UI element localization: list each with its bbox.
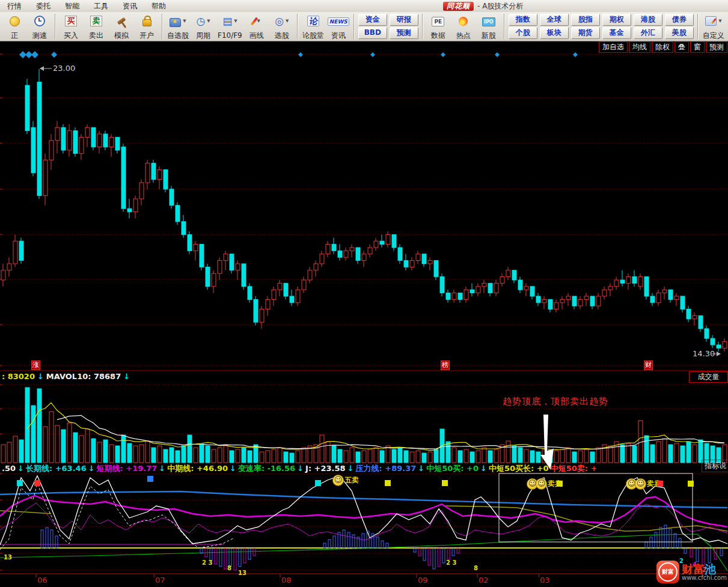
toolbar-button-期货[interactable]: 期货 <box>571 27 600 39</box>
news-icon: NEWS <box>328 17 349 25</box>
toolbar-button-外汇[interactable]: 外汇 <box>634 27 662 39</box>
histogram-number: 8 <box>227 565 231 571</box>
dropdown-arrow-icon[interactable]: ▼ <box>183 19 186 23</box>
ths-window: 行情委托智能工具资讯帮助 同花顺 - A股技术分析 正测速买买入卖卖出模拟开户▼… <box>0 0 728 587</box>
badge-榜: 榜 <box>441 360 450 370</box>
toolbar-button-自定义[interactable]: ▼自定义 <box>701 13 726 40</box>
toolbar-button-个股[interactable]: 个股 <box>509 27 537 39</box>
clock-icon <box>34 16 45 26</box>
dropdown-arrow-icon[interactable]: ▼ <box>718 19 721 23</box>
signal-square-icon <box>147 476 153 482</box>
toolbar-button-F10/F9[interactable]: ▤▼F10/F9 <box>216 13 244 40</box>
toolbar-button-买入[interactable]: 买买入 <box>58 13 84 40</box>
toolbar-button-label: 卖出 <box>89 31 103 40</box>
toolbar-button-债券[interactable]: 债券 <box>665 14 694 26</box>
header-value: MAVOL10: 78687 <box>46 372 121 381</box>
toolbar-button-资金[interactable]: 资金 <box>358 14 387 26</box>
low-price-label: 14.30 <box>693 349 715 358</box>
menu-item-5[interactable]: 帮助 <box>144 0 173 13</box>
menu-items: 行情委托智能工具资讯帮助 <box>0 0 173 13</box>
dropdown-arrow-icon[interactable]: ▼ <box>234 19 237 23</box>
indicator-description-button[interactable]: 指标说 <box>702 460 728 472</box>
menu-item-0[interactable]: 行情 <box>0 0 29 13</box>
volume-pane-label[interactable]: 成交量 <box>689 371 728 383</box>
x-axis-label: 08 <box>281 576 292 585</box>
chart-button-均线[interactable]: 均线 <box>629 41 650 53</box>
toolbar-button-label: F10/F9 <box>218 31 242 40</box>
badge-财: 财 <box>644 360 653 370</box>
toolbar-button-基金[interactable]: 基金 <box>602 27 631 39</box>
toolbar-pair-研报: 研报预测 <box>388 13 420 40</box>
header-value: ↓ <box>123 372 130 381</box>
toolbar-group-4: 资金BBD研报预测 <box>355 12 421 41</box>
dropdown-arrow-icon[interactable]: ▼ <box>286 19 289 23</box>
toolbar-button-热点[interactable]: 热点 <box>451 13 476 40</box>
toolbar-button-全球[interactable]: 全球 <box>540 14 569 26</box>
toolbar-button-周期[interactable]: ◷▼周期 <box>191 13 216 40</box>
header-value: : 83020 <box>2 372 35 381</box>
toolbar-button-开户[interactable]: 开户 <box>134 13 159 40</box>
toolbar-button-期权[interactable]: 期权 <box>602 14 631 26</box>
chart-button-加自选[interactable]: 加自选 <box>599 41 628 53</box>
x-axis-label: 03 <box>540 576 550 585</box>
period-clock-icon: ◷ <box>196 16 205 26</box>
hot-icon <box>459 17 468 26</box>
doc-icon: ▤ <box>222 16 232 26</box>
toolbar-button-研报[interactable]: 研报 <box>390 14 418 26</box>
toolbar-button-论股堂[interactable]: 论论股堂 <box>301 13 326 40</box>
menu-item-4[interactable]: 资讯 <box>115 0 144 13</box>
page-title: - A股技术分析 <box>477 1 523 11</box>
toolbar-button-自选股[interactable]: ▼自选股 <box>165 13 191 40</box>
toolbar-group-6: 指数个股全球板块股指期货期权基金港股外汇债券美股 <box>506 12 697 41</box>
chart-button-叠[interactable]: 叠 <box>674 41 689 53</box>
forum-icon: 论 <box>307 16 319 26</box>
toolbar-button-卖出[interactable]: 卖卖出 <box>84 13 109 40</box>
toolbar-button-label: 买入 <box>64 31 78 40</box>
custom-icon <box>705 16 717 26</box>
toolbar-button-模拟[interactable]: 模拟 <box>109 13 134 40</box>
menu-item-2[interactable]: 智能 <box>58 0 87 13</box>
header-value: .50 <box>2 464 16 473</box>
volume-header: : 83020↓MAVOL10: 78687↓ <box>2 372 132 381</box>
chart-button-预测[interactable]: 预测 <box>706 41 727 53</box>
candlesticks <box>1 69 727 351</box>
sell-signal: ☺☺卖卖 <box>626 478 661 490</box>
toolbar-button-label: 测速 <box>32 31 47 40</box>
toolbar-button-label: 数据 <box>431 31 445 40</box>
toolbar-button-测速[interactable]: 测速 <box>27 13 52 40</box>
toolbar-button-新股[interactable]: IPO新股 <box>476 13 501 40</box>
toolbar-button-板块[interactable]: 板块 <box>540 27 569 39</box>
dropdown-arrow-icon[interactable]: ▼ <box>257 19 260 23</box>
toolbar-button-画线[interactable]: ▼画线 <box>244 13 269 40</box>
indicator-lines <box>0 476 728 571</box>
menu-bar: 行情委托智能工具资讯帮助 同花顺 - A股技术分析 <box>0 0 728 13</box>
toolbar-button-指数[interactable]: 指数 <box>509 14 537 26</box>
toolbar-button-正[interactable]: 正 <box>2 13 27 40</box>
toolbar-button-港股[interactable]: 港股 <box>634 14 662 26</box>
toolbar-pair-股指: 股指期货 <box>570 13 601 40</box>
chart-button-除权[interactable]: 除权 <box>652 41 673 53</box>
histogram-number: 2 3 <box>202 559 212 566</box>
toolbar-separator <box>162 14 163 39</box>
watermark-url: www.cfchi.com <box>682 575 727 581</box>
toolbar-button-选股[interactable]: ◎▼选股 <box>269 13 295 40</box>
menu-item-1[interactable]: 委托 <box>29 0 58 13</box>
chart-button-窗[interactable]: 窗 <box>690 41 705 53</box>
toolbar-group-5: PE数据热点IPO新股 <box>424 12 503 41</box>
toolbar-separator <box>697 14 699 39</box>
down-arrow-icon: ↓ <box>159 464 165 473</box>
toolbar-button-数据[interactable]: PE数据 <box>426 13 451 40</box>
dropdown-arrow-icon[interactable]: ▼ <box>207 19 210 23</box>
toolbar-separator <box>422 14 423 39</box>
toolbar-button-美股[interactable]: 美股 <box>665 27 694 39</box>
toolbar-button-label: 热点 <box>456 31 471 40</box>
toolbar-pair-港股: 港股外汇 <box>632 13 664 40</box>
menu-item-3[interactable]: 工具 <box>87 0 115 13</box>
toolbar-button-资讯[interactable]: NEWS资讯 <box>326 13 351 40</box>
toolbar-pair-期权: 期权基金 <box>601 13 632 40</box>
signal-square-icon <box>315 480 321 486</box>
toolbar-button-股指[interactable]: 股指 <box>571 14 600 26</box>
toolbar-button-BBD[interactable]: BBD <box>358 27 387 39</box>
toolbar-button-预测[interactable]: 预测 <box>390 27 418 39</box>
signal-square-icon <box>657 481 663 487</box>
